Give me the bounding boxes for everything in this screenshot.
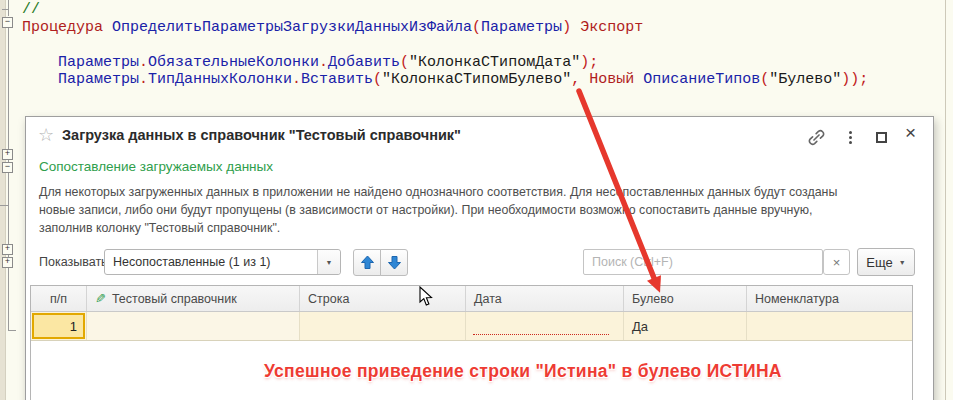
more-button[interactable]: Еще ▼ [857,248,915,276]
column-header-label: Тестовый справочник [112,292,237,306]
fold-tick [2,9,8,10]
table-header: п/п ✎ Тестовый справочник Строка Дата Бу… [31,286,912,312]
dialog-description: Для некоторых загруженных данных в прило… [39,183,837,237]
fold-corner [8,330,16,331]
fold-collapse-icon[interactable]: − [2,17,13,28]
column-header-boolean[interactable]: Булево [624,286,747,311]
code-line: Процедура ОпределитьПараметрыЗагрузкиДан… [22,19,868,37]
screen: − + − + + //Процедура ОпределитьПараметр… [0,0,953,400]
fold-expand-icon[interactable]: + [2,244,13,255]
maximize-icon[interactable] [876,132,887,143]
load-data-dialog: ☆ Загрузка данных в справочник "Тестовый… [25,116,934,400]
column-header-string[interactable]: Строка [300,286,466,311]
fold-expand-icon[interactable]: + [2,149,13,160]
fold-line [8,0,9,16]
code-line: Параметры.ОбязательныеКолонки.Добавить("… [22,54,868,72]
move-down-button[interactable] [380,249,408,276]
empty-value-underline [473,334,609,335]
fold-tick [0,205,8,206]
description-line: новые записи, либо они будут пропущены (… [39,201,837,219]
column-header-date[interactable]: Дата [466,286,624,311]
cell-date[interactable] [466,312,624,340]
mapping-table: п/п ✎ Тестовый справочник Строка Дата Бу… [30,285,913,400]
annotation-text: Успешное приведение строки "Истина" в бу… [264,361,782,382]
column-header-npp[interactable]: п/п [31,286,87,311]
arrow-down-icon [387,255,402,270]
chevron-down-icon[interactable]: ▼ [317,250,340,274]
filter-value: Несопоставленные (1 из 1) [105,255,317,269]
column-header-nomenclature[interactable]: Номенклатура [747,286,912,311]
favorite-star-icon[interactable]: ☆ [38,124,54,146]
cell-boolean[interactable]: Да [624,312,747,340]
code-line: Параметры.ТипДанныхКолонки.Вставить("Кол… [22,71,868,89]
selected-cell[interactable]: 1 [32,313,85,339]
filter-combobox[interactable]: Несопоставленные (1 из 1) ▼ [104,249,341,275]
fold-line [8,27,9,331]
code-line [22,36,868,54]
column-header-test-ref[interactable]: ✎ Тестовый справочник [87,286,300,311]
dialog-title: Загрузка данных в справочник "Тестовый с… [62,127,461,143]
arrow-up-icon [360,255,375,270]
cell-nomenclature[interactable] [747,312,912,340]
table-row[interactable]: 1 Да [31,312,912,341]
cell-string[interactable] [300,312,466,340]
editor-gutter [0,0,6,400]
show-filter-label: Показывать: [39,249,111,275]
code-block[interactable]: //Процедура ОпределитьПараметрыЗагрузкиД… [22,1,868,89]
move-up-button[interactable] [353,249,381,276]
description-line: Для некоторых загруженных данных в прило… [39,183,837,201]
clear-search-button[interactable]: × [823,249,850,275]
description-line: заполнив колонку "Тестовый справочник". [39,219,837,237]
cell-npp[interactable]: 1 [31,312,87,340]
search-input[interactable] [583,249,823,275]
pencil-icon: ✎ [95,291,106,306]
editor-right-edge [945,0,946,400]
fold-collapse-icon[interactable]: − [2,162,13,173]
chevron-down-icon: ▼ [899,259,906,266]
cell-test-ref[interactable] [87,312,300,340]
row-navigation [353,249,408,276]
more-button-label: Еще [866,255,892,270]
close-icon[interactable]: × [905,123,916,142]
section-title: Сопоставление загружаемых данных [39,159,273,174]
fold-expand-icon[interactable]: + [2,257,13,268]
link-icon[interactable] [808,129,825,150]
more-menu-icon[interactable] [849,131,852,144]
code-line: // [22,1,868,19]
